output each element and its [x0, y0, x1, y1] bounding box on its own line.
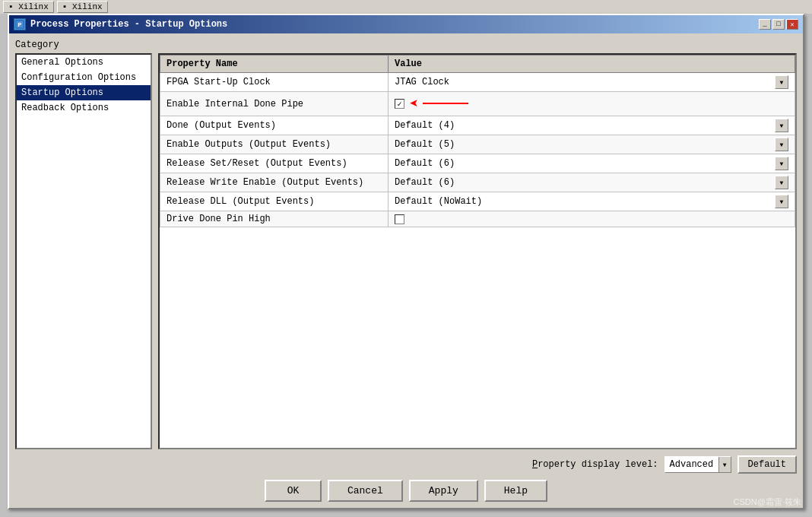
table-row: Drive Done Pin High	[160, 211, 795, 227]
properties-table: Property Name Value FPGA Start-Up Clock …	[160, 55, 795, 227]
prop-name-fpga-startup-clock: FPGA Start-Up Clock	[160, 73, 389, 92]
arrow-annotation: ➤	[409, 94, 418, 113]
close-button[interactable]: ✕	[786, 19, 798, 30]
prop-value-release-write-enable: Default (6) ▼	[389, 173, 795, 192]
done-output-events-value: Default (4)	[395, 120, 773, 131]
help-button[interactable]: Help	[484, 480, 547, 502]
prop-name-drive-done-pin-high: Drive Done Pin High	[160, 211, 389, 227]
col-header-property: Property Name	[160, 56, 389, 73]
maximize-button[interactable]: □	[772, 19, 785, 30]
default-button[interactable]: Default	[737, 455, 797, 474]
prop-value-enable-outputs: Default (5) ▼	[389, 135, 795, 154]
prop-value-release-set-reset: Default (6) ▼	[389, 154, 795, 173]
table-row: Enable Internal Done Pipe ➤	[160, 92, 795, 116]
minimize-button[interactable]: _	[759, 19, 771, 30]
svg-text:P: P	[18, 21, 22, 28]
release-dll-dropdown[interactable]: ▼	[775, 195, 788, 208]
table-row: Release DLL (Output Events) Default (NoW…	[160, 192, 795, 211]
table-row: Release Set/Reset (Output Events) Defaul…	[160, 154, 795, 173]
fpga-startup-clock-dropdown[interactable]: ▼	[775, 75, 788, 89]
ok-button[interactable]: OK	[265, 480, 322, 502]
prop-name-enable-internal-done-pipe: Enable Internal Done Pipe	[160, 92, 389, 116]
dialog-icon: P	[14, 18, 26, 30]
apply-button[interactable]: Apply	[409, 480, 478, 502]
release-write-enable-value: Default (6)	[395, 177, 773, 188]
table-row: Done (Output Events) Default (4) ▼	[160, 116, 795, 135]
enable-outputs-value: Default (5)	[395, 139, 773, 150]
col-header-value: Value	[389, 56, 795, 73]
category-label: Category	[15, 40, 797, 50]
table-row: FPGA Start-Up Clock JTAG Clock ▼	[160, 73, 795, 92]
cancel-button[interactable]: Cancel	[328, 480, 403, 502]
prop-name-enable-outputs: Enable Outputs (Output Events)	[160, 135, 389, 154]
prop-name-release-write-enable: Release Write Enable (Output Events)	[160, 173, 389, 192]
dialog-title: Process Properties - Startup Options	[30, 19, 227, 30]
properties-panel: Property Name Value FPGA Start-Up Clock …	[158, 53, 797, 449]
process-properties-dialog: P Process Properties - Startup Options _…	[8, 14, 804, 509]
display-level-dropdown-button[interactable]: ▼	[718, 457, 731, 472]
release-dll-value: Default (NoWait)	[395, 196, 773, 207]
sidebar-item-startup-options[interactable]: Startup Options	[17, 85, 151, 100]
table-row: Release Write Enable (Output Events) Def…	[160, 173, 795, 192]
taskbar-item-2[interactable]: ▪ Xilinx	[57, 1, 108, 13]
prop-name-release-set-reset: Release Set/Reset (Output Events)	[160, 154, 389, 173]
enable-internal-done-pipe-checkbox[interactable]	[395, 99, 404, 109]
display-level-combo[interactable]: Advanced ▼	[665, 456, 731, 473]
release-set-reset-value: Default (6)	[395, 158, 773, 169]
display-level-value: Advanced	[665, 458, 718, 471]
taskbar-item-1[interactable]: ▪ Xilinx	[3, 1, 54, 13]
prop-value-done-output-events: Default (4) ▼	[389, 116, 795, 135]
prop-value-enable-internal-done-pipe: ➤	[389, 92, 795, 116]
prop-value-drive-done-pin-high	[389, 211, 795, 227]
done-output-events-dropdown[interactable]: ▼	[775, 119, 788, 132]
prop-name-release-dll: Release DLL (Output Events)	[160, 192, 389, 211]
prop-value-fpga-startup-clock: JTAG Clock ▼	[389, 73, 795, 92]
display-level-label: Property display level:	[532, 459, 658, 470]
arrow-line	[423, 103, 468, 104]
enable-outputs-dropdown[interactable]: ▼	[775, 138, 788, 151]
drive-done-pin-high-checkbox[interactable]	[395, 214, 404, 224]
fpga-startup-clock-value: JTAG Clock	[395, 77, 773, 87]
title-bar: P Process Properties - Startup Options _…	[9, 15, 803, 33]
title-controls: _ □ ✕	[759, 19, 798, 30]
category-sidebar: General Options Configuration Options St…	[15, 53, 152, 449]
sidebar-item-readback-options[interactable]: Readback Options	[17, 100, 151, 116]
sidebar-item-general-options[interactable]: General Options	[17, 55, 151, 70]
sidebar-item-configuration-options[interactable]: Configuration Options	[17, 70, 151, 85]
table-row: Enable Outputs (Output Events) Default (…	[160, 135, 795, 154]
release-set-reset-dropdown[interactable]: ▼	[775, 157, 788, 170]
prop-name-done-output-events: Done (Output Events)	[160, 116, 389, 135]
release-write-enable-dropdown[interactable]: ▼	[775, 176, 788, 189]
prop-value-release-dll: Default (NoWait) ▼	[389, 192, 795, 211]
